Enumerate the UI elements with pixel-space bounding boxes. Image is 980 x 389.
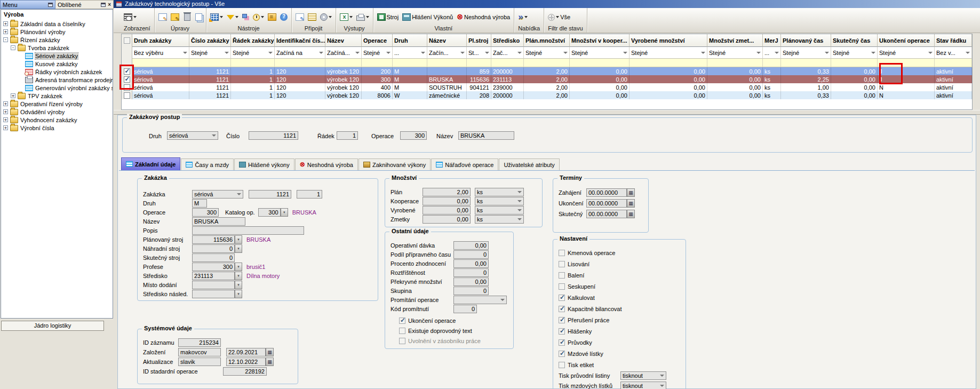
hlaseni-vykonu-button[interactable]: Hlášení Výkonů: [402, 13, 453, 21]
skupina-field[interactable]: 0: [453, 287, 489, 295]
timer-button[interactable]: [253, 14, 264, 21]
copy-record-button[interactable]: [195, 13, 202, 21]
lookup-button[interactable]: ▾: [235, 244, 242, 253]
checkbox[interactable]: [559, 328, 565, 335]
pl-novan-stroj-field[interactable]: 115636: [192, 235, 235, 244]
tree-expander-icon[interactable]: +: [3, 125, 8, 130]
filter-combo-merj[interactable]: ...: [763, 47, 781, 59]
nazev-field[interactable]: BRUSKA: [458, 131, 514, 140]
druh-field[interactable]: M: [192, 199, 207, 208]
tree-item-generov-n-v-robn-zak-zky-s-rozp[interactable]: Generování výrobní zakázky s rozp: [1, 84, 113, 92]
check-uvoln-n-v-z-sobn-ku-pr-ce[interactable]: Uvolnění v zásobníku práce: [399, 336, 513, 346]
tree-expander-icon[interactable]: -: [11, 45, 15, 50]
vyroben-unit-combo[interactable]: ks: [475, 206, 524, 215]
disc-button[interactable]: [320, 13, 332, 21]
search-cell[interactable]: [325, 59, 362, 67]
check-ukon-en-operace[interactable]: Ukončení operace: [399, 315, 513, 326]
column-header-pl-n-mno-stv[interactable]: Plán.množství: [524, 34, 570, 47]
procento-zhodnocen-field[interactable]: 0,00: [453, 259, 489, 268]
search-cell[interactable]: [231, 59, 275, 67]
merge-button[interactable]: [242, 14, 247, 18]
pl-n-field[interactable]: 2,00: [423, 188, 471, 196]
filter-combo-identifika-n-s[interactable]: Začíná na: [275, 47, 325, 59]
filter-combo-pl-novan-as[interactable]: Stejné: [781, 47, 831, 59]
tab-z-kladn-daje[interactable]: Základní údaje: [121, 157, 180, 170]
check-kapacitn-bilancovat[interactable]: Kapacitně bilancovat: [559, 303, 686, 314]
column-header-stav-dku[interactable]: Stav řádku: [935, 34, 972, 47]
tab-neshodn-v-roba[interactable]: ⊗Neshodná výroba: [295, 158, 358, 170]
table-row[interactable]: sériová11211120výrobek 120200M8592000002…: [122, 67, 961, 75]
tree-item-odv-d-n-v-roby[interactable]: +Odvádění výroby: [1, 108, 113, 116]
filter-combo-pl-stroj[interactable]: St...: [467, 47, 491, 59]
zalo-en-date-field[interactable]: 22.09.2021: [226, 348, 266, 356]
filter-combo-pl-n-mno-stv[interactable]: Stejné: [524, 47, 570, 59]
calendar-button[interactable]: ▦: [627, 199, 635, 208]
tab-favorites[interactable]: Oblíbené ×: [55, 0, 114, 9]
checkbox[interactable]: [559, 362, 565, 368]
search-cell[interactable]: [935, 59, 972, 67]
search-cell[interactable]: [763, 59, 781, 67]
column-header-slo-zak-zky[interactable]: Číslo zakázky: [189, 34, 231, 47]
search-cell[interactable]: [362, 59, 393, 67]
horizontal-splitter[interactable]: [114, 110, 980, 115]
filter-combo-ukon-en-operace[interactable]: Stejné: [878, 47, 935, 59]
search-cell[interactable]: [275, 59, 325, 67]
check-kmenov-operace[interactable]: Kmenová operace: [559, 247, 686, 258]
calendar-button[interactable]: ▦: [266, 348, 274, 356]
checkbox[interactable]: [399, 338, 405, 344]
print-button[interactable]: [356, 14, 369, 21]
search-cell[interactable]: [491, 59, 524, 67]
check-seskupen[interactable]: Seskupení: [559, 281, 686, 292]
window-icon[interactable]: [101, 3, 106, 7]
tab-u-ivatelsk-atributy[interactable]: Uživatelské atributy: [499, 158, 559, 170]
note-button[interactable]: [296, 13, 304, 21]
checkbox[interactable]: [559, 306, 565, 312]
tree-item-adresn-transformace-prodejn-obj[interactable]: Adresná transformace prodejní obj: [1, 76, 113, 84]
pod-l-p-pravn-ho-asu-field[interactable]: 0: [453, 250, 489, 259]
zak-zka-combo[interactable]: sériová: [192, 190, 243, 199]
nabidka-button[interactable]: »: [518, 13, 527, 21]
column-header-identifika-n-s[interactable]: Identifikační čís...: [275, 34, 325, 47]
table-row[interactable]: sériová11211120výrobek 120400MSOUSTRUH90…: [122, 83, 961, 91]
pl-n-unit-combo[interactable]: ks: [475, 188, 524, 196]
check-balen[interactable]: Balení: [559, 269, 686, 281]
m-sto-dod-n-field[interactable]: [192, 281, 235, 289]
tree-item-zen-zak-zky[interactable]: -Řízení zakázky: [1, 36, 113, 44]
check-tisk-etiket[interactable]: Tisk etiket: [559, 359, 686, 370]
vyroben-field[interactable]: 0,00: [423, 206, 471, 215]
check-lisov-n[interactable]: Lisování: [559, 258, 686, 269]
check-existuje-doprovodn-text[interactable]: Existuje doprovodný text: [399, 326, 513, 336]
export-excel-button[interactable]: [340, 13, 353, 21]
column-header-mno-stv-v-kooper[interactable]: Množství v kooper...: [570, 34, 630, 47]
zah-jen-date-field[interactable]: 00.00.0000: [586, 188, 627, 197]
filter-combo-dek-zak-zky[interactable]: Stejné: [231, 47, 275, 59]
tree-item-operativn-zen-v-roby[interactable]: +Operativní řízení výroby: [1, 100, 113, 108]
search-cell[interactable]: [132, 59, 189, 67]
check-hl-enky[interactable]: Hlášenky: [559, 326, 686, 337]
checkbox[interactable]: [399, 317, 405, 324]
view-settings-button[interactable]: [124, 13, 137, 21]
checkbox[interactable]: [559, 351, 565, 357]
check-p-eru-en-pr-ce[interactable]: Přerušení práce: [559, 314, 686, 326]
tree-item-kusov-zak-zky[interactable]: Kusové zakázky: [1, 60, 113, 68]
search-cell[interactable]: [393, 59, 427, 67]
tab-asy-a-mzdy[interactable]: Časy a mzdy: [181, 158, 234, 170]
settings-button[interactable]: [268, 13, 276, 21]
stroj-button[interactable]: Stroj: [377, 13, 399, 21]
id-stadardn-operace-field[interactable]: 228192: [223, 367, 267, 376]
tree-expander-icon[interactable]: +: [3, 21, 8, 26]
edit-record-button[interactable]: [171, 13, 179, 21]
zmetky-unit-combo[interactable]: ks: [475, 215, 524, 224]
filter-combo-mno-stv-zmet[interactable]: Stejné: [707, 47, 763, 59]
column-header-druh-zak-zky[interactable]: Druh zakázky: [132, 34, 189, 47]
st-edisko-field[interactable]: 231113: [192, 272, 235, 280]
tab-menu[interactable]: Menu: [0, 0, 55, 9]
column-header-ukon-en-operace[interactable]: Ukončení operace: [878, 34, 935, 47]
checklist-button[interactable]: [308, 13, 316, 21]
tree-expander-icon[interactable]: +: [3, 109, 8, 114]
search-cell[interactable]: [427, 59, 467, 67]
aktualizace-date-field[interactable]: 12.10.2022: [226, 358, 266, 366]
tree-item-tvorba-zak-zek[interactable]: -Tvorba zakázek: [1, 44, 113, 52]
calendar-button[interactable]: ▦: [266, 358, 274, 366]
cislo-field[interactable]: 1121: [249, 131, 298, 140]
